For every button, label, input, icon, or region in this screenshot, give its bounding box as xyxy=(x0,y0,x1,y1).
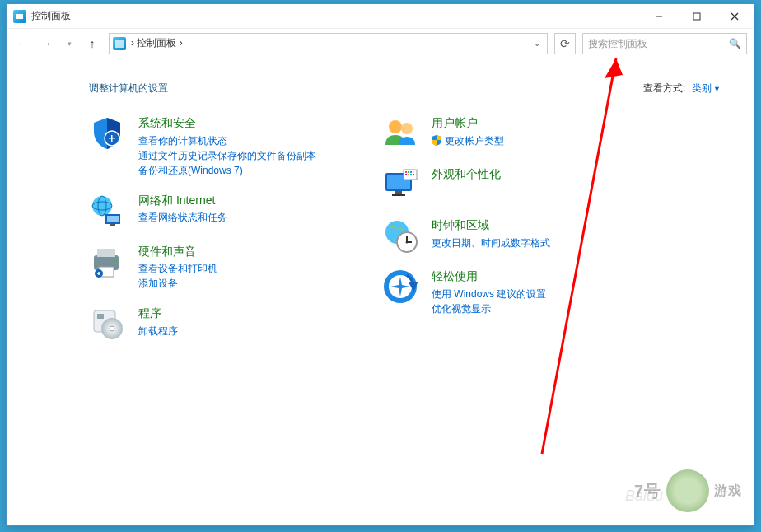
category-title[interactable]: 用户帐户 xyxy=(432,115,504,132)
minimize-button[interactable] xyxy=(640,4,678,29)
left-column: 系统和安全 查看你的计算机状态 通过文件历史记录保存你的文件备份副本 备份和还原… xyxy=(89,115,316,342)
category-link[interactable]: 添加设备 xyxy=(138,276,217,291)
svg-rect-18 xyxy=(97,314,104,319)
svg-rect-28 xyxy=(405,171,407,173)
category-link[interactable]: 查看设备和打印机 xyxy=(138,261,217,276)
category-clock-region: 时钟和区域 更改日期、时间或数字格式 xyxy=(382,217,550,254)
category-system-security: 系统和安全 查看你的计算机状态 通过文件历史记录保存你的文件备份副本 备份和还原… xyxy=(89,115,316,178)
search-icon[interactable]: 🔍 xyxy=(729,38,741,49)
svg-point-15 xyxy=(114,259,117,262)
category-title[interactable]: 硬件和声音 xyxy=(138,244,217,260)
svg-rect-34 xyxy=(410,174,412,175)
close-icon xyxy=(731,12,739,21)
category-title[interactable]: 轻松使用 xyxy=(432,268,546,285)
recent-dropdown[interactable]: ▾ xyxy=(59,34,79,54)
category-link[interactable]: 使用 Windows 建议的设置 xyxy=(432,287,546,301)
search-box[interactable]: 🔍 xyxy=(582,33,747,54)
category-title[interactable]: 系统和安全 xyxy=(138,115,316,132)
view-mode-dropdown[interactable]: 类别▼ xyxy=(692,82,721,94)
disc-icon xyxy=(89,306,125,342)
svg-rect-32 xyxy=(405,174,407,175)
window-title: 控制面板 xyxy=(31,9,640,23)
category-programs: 程序 卸载程序 xyxy=(89,306,316,342)
printer-icon xyxy=(89,244,125,280)
titlebar: 控制面板 xyxy=(7,4,754,29)
svg-point-40 xyxy=(406,241,409,244)
globe-network-icon xyxy=(89,193,125,229)
svg-point-22 xyxy=(401,123,413,134)
svg-rect-31 xyxy=(413,171,414,173)
category-title[interactable]: 网络和 Internet xyxy=(138,193,227,209)
search-input[interactable] xyxy=(588,38,729,49)
category-title[interactable]: 程序 xyxy=(138,306,178,322)
svg-rect-13 xyxy=(97,249,115,257)
svg-point-21 xyxy=(389,120,402,133)
address-bar[interactable]: › 控制面板 › ⌄ xyxy=(109,33,548,54)
svg-rect-25 xyxy=(395,191,402,194)
svg-rect-10 xyxy=(107,216,119,222)
svg-rect-26 xyxy=(392,194,405,196)
up-button[interactable]: ↑ xyxy=(82,34,102,54)
control-panel-icon xyxy=(13,10,26,23)
site-watermark: 7号 游戏 xyxy=(634,469,742,512)
right-column: 用户帐户 更改帐户类型 外观和个性化 xyxy=(382,115,550,342)
watermark-logo-icon xyxy=(666,469,709,512)
category-link[interactable]: 查看网络状态和任务 xyxy=(138,210,227,225)
svg-marker-45 xyxy=(605,58,623,78)
category-link[interactable]: 优化视觉显示 xyxy=(432,301,546,316)
control-panel-window: 控制面板 ← → ▾ ↑ › 控制面板 › ⌄ ⟳ 🔍 xyxy=(6,3,754,526)
svg-rect-35 xyxy=(413,174,414,175)
navigation-bar: ← → ▾ ↑ › 控制面板 › ⌄ ⟳ 🔍 xyxy=(7,29,754,58)
svg-rect-29 xyxy=(408,171,409,173)
category-link[interactable]: 更改日期、时间或数字格式 xyxy=(432,236,550,250)
category-user-accounts: 用户帐户 更改帐户类型 xyxy=(382,115,550,152)
view-options: 查看方式: 类别▼ xyxy=(643,82,721,96)
svg-rect-6 xyxy=(111,135,113,142)
forward-button: → xyxy=(36,34,56,54)
chevron-down-icon: ▼ xyxy=(713,85,721,93)
window-controls xyxy=(640,4,754,29)
minimize-icon xyxy=(655,12,663,21)
category-link[interactable]: 查看你的计算机状态 xyxy=(138,133,316,148)
category-link[interactable]: 备份和还原(Windows 7) xyxy=(138,163,316,178)
monitor-personalization-icon xyxy=(382,166,418,203)
category-link[interactable]: 通过文件历史记录保存你的文件备份副本 xyxy=(138,148,316,163)
users-icon xyxy=(382,115,418,152)
close-button[interactable] xyxy=(716,4,754,29)
content-area: 调整计算机的设置 查看方式: 类别▼ 系统和安全 查看你的计算机状态 通过文件历… xyxy=(7,58,754,525)
maximize-icon xyxy=(693,12,701,21)
refresh-button[interactable]: ⟳ xyxy=(554,33,576,54)
view-label: 查看方式: xyxy=(643,82,685,94)
uac-shield-icon xyxy=(432,135,441,146)
ease-of-access-icon xyxy=(382,268,418,305)
category-title[interactable]: 时钟和区域 xyxy=(432,217,550,234)
svg-point-20 xyxy=(110,326,114,331)
svg-rect-1 xyxy=(693,13,700,20)
category-link[interactable]: 卸载程序 xyxy=(138,324,178,338)
shield-icon xyxy=(89,115,125,152)
category-appearance: 外观和个性化 xyxy=(382,166,550,203)
category-network: 网络和 Internet 查看网络状态和任务 xyxy=(89,193,316,229)
category-link[interactable]: 更改帐户类型 xyxy=(432,133,504,148)
clock-globe-icon xyxy=(382,217,418,254)
breadcrumb[interactable]: › 控制面板 › xyxy=(131,36,530,50)
back-button[interactable]: ← xyxy=(13,34,33,54)
category-hardware-sound: 硬件和声音 查看设备和打印机 添加设备 xyxy=(89,244,316,292)
page-heading: 调整计算机的设置 xyxy=(89,82,721,96)
svg-rect-11 xyxy=(110,224,115,226)
address-dropdown-icon[interactable]: ⌄ xyxy=(530,39,544,48)
svg-rect-30 xyxy=(410,171,412,173)
categories-grid: 系统和安全 查看你的计算机状态 通过文件历史记录保存你的文件备份副本 备份和还原… xyxy=(89,115,721,342)
svg-point-7 xyxy=(92,196,112,216)
svg-rect-33 xyxy=(408,174,409,175)
maximize-button[interactable] xyxy=(678,4,716,29)
category-ease-of-access: 轻松使用 使用 Windows 建议的设置 优化视觉显示 xyxy=(382,268,550,316)
address-icon xyxy=(113,37,126,50)
category-title[interactable]: 外观和个性化 xyxy=(432,166,501,183)
